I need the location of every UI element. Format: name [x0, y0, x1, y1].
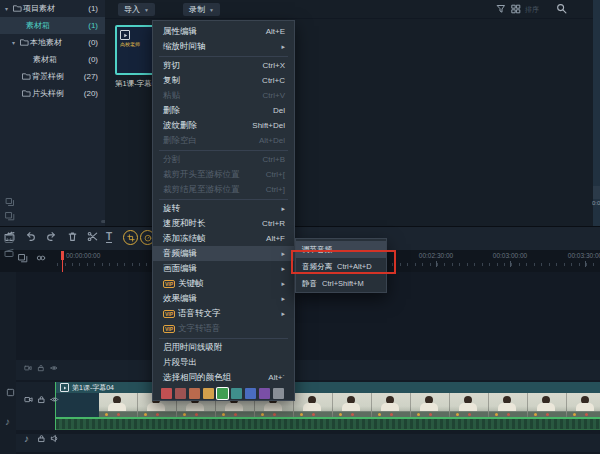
context-menu-item[interactable]: 片段导出 — [153, 355, 294, 370]
context-menu-item[interactable]: 音频编辑▸ — [153, 246, 294, 261]
chevron-down-icon: ▼ — [144, 7, 149, 13]
overlay-track-lock-icon[interactable] — [37, 364, 45, 372]
link-icon[interactable] — [36, 253, 46, 263]
timeline-clip[interactable]: 第1课-字幕04 — [55, 382, 600, 430]
frames-icon[interactable] — [5, 211, 15, 221]
context-menu-item[interactable]: VIP语音转文字▸ — [153, 306, 294, 321]
video-track-video-icon[interactable] — [24, 395, 33, 404]
tree-item-0[interactable]: ▾项目素材(1) — [0, 0, 105, 17]
color-swatch[interactable] — [231, 388, 242, 399]
submenu-arrow-icon: ▸ — [281, 295, 285, 303]
ruler-tick — [579, 263, 580, 266]
overlay-track-eye-icon[interactable] — [50, 364, 58, 372]
media-tree-panel: ▾项目素材(1)素材箱(1)▾本地素材(0)素材箱(0)背景样例(27)片头样例… — [0, 0, 105, 226]
tree-item-5[interactable]: 片头样例(20) — [0, 85, 105, 102]
color-swatch[interactable] — [245, 388, 256, 399]
color-swatch[interactable] — [161, 388, 172, 399]
thumbnail-desk-items — [417, 413, 420, 416]
context-menu-item[interactable]: 添加冻结帧Alt+F — [153, 231, 294, 246]
context-menu-item[interactable]: 缩放时间轴▸ — [153, 39, 294, 54]
crop-icon[interactable] — [123, 230, 138, 245]
ruler-tick — [593, 263, 594, 266]
delete-icon[interactable] — [67, 231, 78, 242]
undo-icon[interactable] — [25, 231, 36, 242]
context-menu-item[interactable]: 画面编辑▸ — [153, 261, 294, 276]
context-menu-item[interactable]: 旋转▸ — [153, 201, 294, 216]
clapper-icon[interactable] — [4, 248, 14, 258]
submenu-arrow-icon: ▸ — [281, 310, 285, 318]
context-menu-item[interactable]: 剪切Ctrl+X — [153, 58, 294, 73]
tree-item-1[interactable]: 素材箱(1) — [0, 17, 105, 34]
menu-item-shortcut: Ctrl+X — [257, 61, 285, 70]
menu-item-label: 画面编辑 — [163, 263, 197, 275]
menu-item-label: 音频编辑 — [163, 248, 197, 260]
tree-item-label: 项目素材 — [23, 3, 55, 14]
ruler-tick — [72, 263, 73, 266]
color-swatch[interactable] — [217, 388, 228, 399]
context-menu-item: 分割Ctrl+B — [153, 152, 294, 167]
overlay-track-lane[interactable] — [16, 360, 600, 380]
color-swatch[interactable] — [189, 388, 200, 399]
redo-icon[interactable] — [46, 231, 57, 242]
ruler-tick — [459, 263, 460, 266]
filter-icon[interactable] — [496, 4, 506, 14]
context-menu-item[interactable]: 速度和时长Ctrl+R — [153, 216, 294, 231]
context-menu-item[interactable]: 复制Ctrl+C — [153, 73, 294, 88]
layers-icon[interactable] — [5, 197, 15, 207]
thumbnail-desk-items — [456, 413, 459, 416]
video-track-eye-icon[interactable] — [50, 395, 59, 404]
play-icon — [120, 30, 130, 40]
ruler-tick — [482, 263, 483, 266]
menu-item-shortcut: Alt+Del — [253, 136, 285, 145]
thumbnail-figure — [225, 403, 243, 412]
color-swatch[interactable] — [259, 388, 270, 399]
menu-item-shortcut: Shift+Del — [246, 121, 285, 130]
color-swatch[interactable] — [203, 388, 214, 399]
submenu-arrow-icon: ▸ — [281, 280, 285, 288]
audio-track-speaker-icon[interactable] — [50, 434, 59, 443]
color-swatch[interactable] — [175, 388, 186, 399]
tree-item-3[interactable]: 素材箱(0) — [0, 51, 105, 68]
context-menu-item[interactable]: 属性编辑Alt+E — [153, 24, 294, 39]
caret-down-icon: ▾ — [5, 5, 12, 12]
audio-track-note-icon[interactable]: ♪ — [24, 434, 29, 444]
ruler-label: 00:00:00:00 — [66, 252, 100, 259]
tree-item-2[interactable]: ▾本地素材(0) — [0, 34, 105, 51]
record-button[interactable]: 录制 ▼ — [183, 3, 220, 16]
mask-icon[interactable] — [4, 234, 14, 244]
thumbnail-desk-items — [378, 413, 381, 416]
sort-label[interactable]: 排序 — [525, 5, 539, 15]
menu-item-label: 片段导出 — [163, 357, 197, 369]
search-icon[interactable] — [556, 3, 567, 14]
ruler-tick — [489, 263, 490, 266]
text-tool-icon[interactable]: T — [106, 231, 112, 243]
color-swatch-row — [153, 385, 294, 399]
folder-icon — [21, 72, 32, 81]
context-menu-item[interactable]: 波纹删除Shift+Del — [153, 118, 294, 133]
context-menu-item[interactable]: 选择相同的颜色组Alt+` — [153, 370, 294, 385]
frames-icon[interactable] — [18, 253, 28, 263]
context-menu-item[interactable]: 启用时间线吸附 — [153, 340, 294, 355]
chevron-down-icon: ▼ — [209, 7, 214, 13]
overlay-track-video-icon[interactable] — [24, 364, 32, 372]
menu-item-shortcut: Ctrl+V — [257, 91, 285, 100]
grid-view-icon[interactable] — [511, 4, 521, 14]
audio-track-lane[interactable] — [16, 434, 600, 452]
ruler-tick — [57, 263, 58, 266]
context-menu-item[interactable]: VIP关键帧▸ — [153, 276, 294, 291]
import-button[interactable]: 导入 ▼ — [118, 3, 155, 16]
tree-item-4[interactable]: 背景样例(27) — [0, 68, 105, 85]
video-track-lock-icon[interactable] — [37, 395, 46, 404]
context-menu-item[interactable]: 删除Del — [153, 103, 294, 118]
thumbnail-figure — [186, 403, 204, 412]
submenu-item[interactable]: 静音Ctrl+Shift+M — [296, 275, 386, 292]
context-menu-item[interactable]: 效果编辑▸ — [153, 291, 294, 306]
split-icon[interactable] — [87, 231, 98, 242]
clip-thumbnail — [528, 393, 567, 417]
color-swatch[interactable] — [273, 388, 284, 399]
ruler-tick — [497, 263, 498, 266]
audio-track-lock-icon[interactable] — [37, 434, 46, 443]
menu-separator — [159, 338, 288, 339]
submenu-arrow-icon: ▸ — [281, 205, 285, 213]
thumbnail-desk-items — [105, 413, 108, 416]
